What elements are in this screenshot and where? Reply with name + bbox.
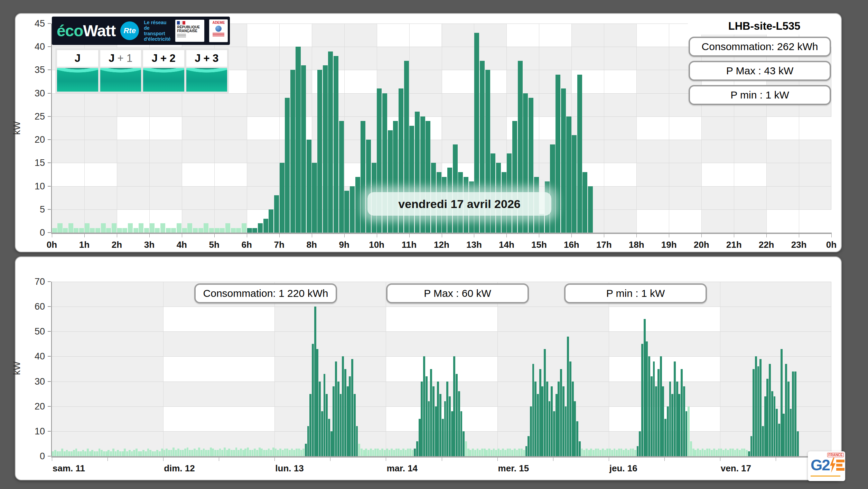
republique-francaise-logo: RÉPUBLIQUE FRANÇAISE	[175, 20, 204, 42]
rte-tagline: Le réseau de transport d'électricité	[144, 20, 170, 42]
daily-consumption-badge: Consommation: 262 kWh	[689, 37, 831, 57]
day-tab-j1[interactable]: J + 1	[100, 50, 141, 92]
g2e-logo: FRANCE G2	[808, 451, 845, 481]
day-letter: J	[109, 52, 114, 65]
day-tab-j1-label: J + 1	[100, 50, 141, 67]
date-label: vendredi 17 avril 2026	[367, 192, 551, 216]
day-letter: J	[152, 52, 158, 65]
ademe-lines	[213, 33, 224, 37]
weekly-pmin-badge: P min : 1 kW	[564, 283, 707, 303]
day-tab-j-label: J	[57, 50, 98, 67]
day-offset: + 1	[117, 52, 132, 65]
rf-motto-lines	[177, 34, 203, 37]
g2e-e-stripes-icon	[836, 460, 844, 471]
ademe-logo: ADEME	[209, 19, 228, 42]
rte-tagline-line3: d'électricité	[144, 36, 170, 42]
day-tab-j[interactable]: J	[57, 50, 98, 92]
brand-eco: éco	[57, 22, 83, 40]
ecowatt-banner: écoWatt Rte Le réseau de transport d'éle…	[52, 17, 230, 45]
day-letter: J	[195, 52, 200, 65]
weekly-pmax-badge: P Max : 60 kW	[386, 283, 529, 303]
g2e-logo-row: G2	[811, 456, 843, 474]
g2e-tagline-bar	[811, 476, 840, 477]
rf-line2: FRANÇAISE	[177, 29, 203, 33]
day-offset: + 2	[160, 52, 176, 65]
rte-logo-icon: Rte	[120, 21, 139, 40]
day-offset: + 3	[203, 52, 218, 65]
weekly-consumption-badge: Consommation: 1 220 kWh	[194, 283, 337, 303]
french-flag-icon	[177, 21, 203, 25]
ecowatt-green-signal-icon	[143, 68, 184, 92]
day-letter: J	[75, 52, 81, 65]
daily-pmin-badge: P min : 1 kW	[689, 85, 831, 105]
ademe-label: ADEME	[212, 21, 225, 25]
ecowatt-dashboard: 0510152025303540450h1h2h3h4h5h6h7h8h9h10…	[0, 0, 868, 489]
rte-tagline-line2: de transport	[144, 25, 170, 36]
rf-line1: RÉPUBLIQUE	[177, 25, 203, 29]
lightning-bolt-icon	[830, 458, 836, 473]
y-axis-unit-top: kW	[12, 121, 22, 135]
ademe-globe-icon	[215, 26, 222, 32]
ecowatt-logo: écoWatt	[57, 21, 115, 40]
brand-watt: Watt	[83, 22, 115, 40]
g2e-france-label: FRANCE	[827, 453, 844, 457]
day-tab-j2-label: J + 2	[143, 50, 184, 67]
day-tab-j3-label: J + 3	[186, 50, 227, 67]
site-title: LHB-site-L535	[688, 18, 841, 35]
ecowatt-green-signal-icon	[100, 68, 141, 92]
day-tab-j3[interactable]: J + 3	[186, 50, 227, 92]
rte-tagline-line1: Le réseau	[144, 20, 170, 25]
g2e-text: G2	[811, 458, 830, 473]
day-tab-j2[interactable]: J + 2	[143, 50, 184, 92]
ecowatt-green-signal-icon	[57, 68, 98, 92]
ecowatt-green-signal-icon	[186, 68, 227, 92]
ecowatt-day-tabs: J J + 1 J + 2 J + 3	[55, 48, 229, 93]
daily-pmax-badge: P Max : 43 kW	[689, 61, 831, 81]
y-axis-unit-bottom: kW	[12, 361, 22, 375]
